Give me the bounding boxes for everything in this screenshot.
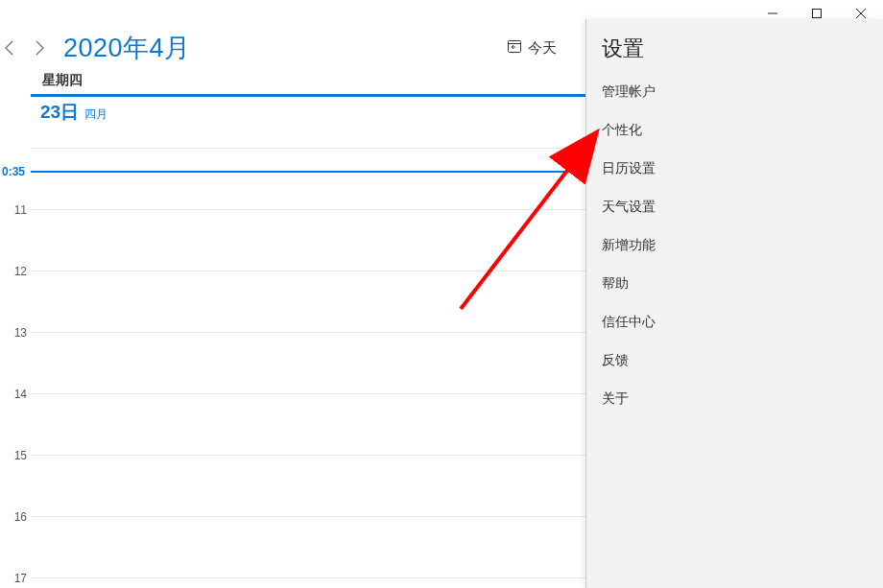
hour-label: 15 <box>0 449 27 462</box>
svg-rect-1 <box>813 10 822 18</box>
today-label: 今天 <box>528 39 557 58</box>
settings-item-help[interactable]: 帮助 <box>586 265 883 303</box>
settings-item-whatsnew[interactable]: 新增功能 <box>586 226 883 265</box>
time-gutter: 0:35 11 12 13 14 15 16 17 <box>0 134 31 588</box>
hour-label: 14 <box>0 388 27 401</box>
hour-label: 16 <box>0 510 27 524</box>
hour-label: 12 <box>0 265 27 278</box>
month-label: 四月 <box>84 106 107 123</box>
settings-item-trust[interactable]: 信任中心 <box>586 303 883 341</box>
next-arrow[interactable] <box>25 27 54 69</box>
settings-item-personalization[interactable]: 个性化 <box>586 111 883 150</box>
settings-item-calendar[interactable]: 日历设置 <box>586 150 883 188</box>
day-number: 23日 <box>31 100 79 125</box>
settings-item-manage-accounts[interactable]: 管理帐户 <box>586 73 883 111</box>
today-button[interactable]: 今天 <box>507 27 557 69</box>
hour-label: 11 <box>0 203 27 217</box>
hour-label: 17 <box>0 572 27 585</box>
settings-item-about[interactable]: 关于 <box>586 380 883 418</box>
prev-arrow[interactable] <box>0 27 25 69</box>
today-icon <box>507 38 522 58</box>
settings-item-feedback[interactable]: 反馈 <box>586 341 883 380</box>
current-time-label: 0:35 <box>0 165 27 178</box>
month-title[interactable]: 2020年4月 <box>63 31 191 65</box>
settings-item-weather[interactable]: 天气设置 <box>586 188 883 226</box>
settings-panel: 设置 管理帐户 个性化 日历设置 天气设置 新增功能 帮助 信任中心 反馈 关于 <box>585 19 883 588</box>
hour-label: 13 <box>0 326 27 340</box>
settings-title: 设置 <box>586 19 883 73</box>
